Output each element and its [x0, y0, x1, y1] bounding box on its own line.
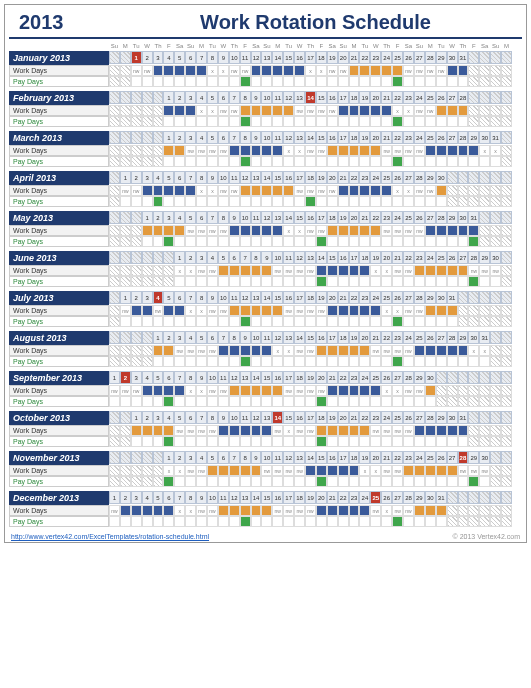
- date-cell: 14: [261, 171, 272, 184]
- pay-cell: [349, 436, 360, 447]
- pay-cell: [153, 196, 164, 207]
- work-cell: [327, 465, 338, 476]
- work-cell: [458, 305, 469, 316]
- date-cell: 29: [425, 171, 436, 184]
- work-cell: [370, 345, 381, 356]
- date-cell: [109, 91, 120, 104]
- date-cell: 20: [370, 451, 381, 464]
- date-cell: 7: [174, 491, 185, 504]
- date-cell: 15: [294, 211, 305, 224]
- date-cell: 17: [283, 371, 294, 384]
- pay-cell: [359, 476, 370, 487]
- work-cell: [436, 105, 447, 116]
- date-cell: 10: [261, 131, 272, 144]
- work-cell: [425, 225, 436, 236]
- work-row: Work Days: [9, 465, 522, 476]
- pay-cell: [294, 196, 305, 207]
- date-cell: 4: [174, 211, 185, 224]
- pay-cell: [153, 396, 164, 407]
- date-cell: 11: [240, 411, 251, 424]
- work-cell: [294, 265, 305, 276]
- pay-cell: [163, 396, 174, 407]
- work-cell: [425, 105, 436, 116]
- date-cell: 14: [283, 211, 294, 224]
- work-cell: [436, 465, 447, 476]
- date-cell: [447, 371, 458, 384]
- date-cell: 21: [349, 51, 360, 64]
- date-row: 1234567891011121314151617181920212223242…: [109, 251, 522, 265]
- date-cell: [153, 251, 164, 264]
- date-cell: 12: [251, 51, 262, 64]
- work-cell: [305, 185, 316, 196]
- pay-cell: [490, 196, 501, 207]
- work-cell: [261, 225, 272, 236]
- date-cell: 22: [381, 331, 392, 344]
- date-row: 1234567891011121314151617181920212223242…: [109, 411, 522, 425]
- work-cell: [501, 105, 512, 116]
- work-cell: [196, 385, 207, 396]
- pay-cell: [403, 476, 414, 487]
- work-cell: [272, 465, 283, 476]
- work-cell: [196, 345, 207, 356]
- date-cell: [153, 91, 164, 104]
- pay-cell: [305, 436, 316, 447]
- footer: http://www.vertex42.com/ExcelTemplates/r…: [9, 533, 522, 540]
- work-cell: [479, 185, 490, 196]
- date-cell: 16: [305, 211, 316, 224]
- dow-cell: M: [120, 43, 131, 49]
- source-link[interactable]: http://www.vertex42.com/ExcelTemplates/r…: [11, 533, 209, 540]
- pay-cell: [131, 356, 142, 367]
- pay-cell: [294, 236, 305, 247]
- pay-cell: [283, 356, 294, 367]
- work-cell: [109, 65, 120, 76]
- pay-cell: [120, 196, 131, 207]
- date-cell: 18: [349, 451, 360, 464]
- pay-cell: [185, 76, 196, 87]
- work-cell: [392, 105, 403, 116]
- pay-cell: [163, 236, 174, 247]
- date-cell: 28: [403, 491, 414, 504]
- work-cell: [142, 465, 153, 476]
- work-cell: [174, 105, 185, 116]
- date-cell: 30: [436, 291, 447, 304]
- pay-cell: [468, 396, 479, 407]
- date-cell: 9: [251, 131, 262, 144]
- work-cell: [327, 305, 338, 316]
- date-row: 1234567891011121314151617181920212223242…: [109, 91, 522, 105]
- pay-cell: [447, 396, 458, 407]
- work-cell: [185, 105, 196, 116]
- work-cell: [425, 385, 436, 396]
- work-cell: [338, 305, 349, 316]
- work-cell: [120, 265, 131, 276]
- work-cell: [370, 265, 381, 276]
- date-cell: [458, 371, 469, 384]
- month-name: August 2013: [9, 331, 109, 345]
- work-cell: [501, 185, 512, 196]
- work-cell: [349, 345, 360, 356]
- work-cell: [142, 105, 153, 116]
- work-cell: [414, 265, 425, 276]
- date-cell: 6: [196, 211, 207, 224]
- pay-cell: [185, 316, 196, 327]
- work-cell: [338, 105, 349, 116]
- pay-cell: [142, 276, 153, 287]
- work-cell: [403, 65, 414, 76]
- date-cell: 9: [196, 491, 207, 504]
- work-cell: [468, 225, 479, 236]
- work-cell: [490, 465, 501, 476]
- date-cell: 20: [338, 51, 349, 64]
- work-cell: [174, 65, 185, 76]
- pay-cell: [163, 76, 174, 87]
- pay-cell: [229, 476, 240, 487]
- date-cell: [131, 211, 142, 224]
- work-cell: [142, 505, 153, 516]
- date-cell: 3: [185, 451, 196, 464]
- date-cell: 25: [392, 51, 403, 64]
- date-cell: 7: [229, 91, 240, 104]
- pay-cell: [403, 276, 414, 287]
- work-cell: [229, 465, 240, 476]
- work-cell: [381, 265, 392, 276]
- pay-cell: [392, 516, 403, 527]
- pay-cell: [349, 196, 360, 207]
- date-cell: 24: [425, 251, 436, 264]
